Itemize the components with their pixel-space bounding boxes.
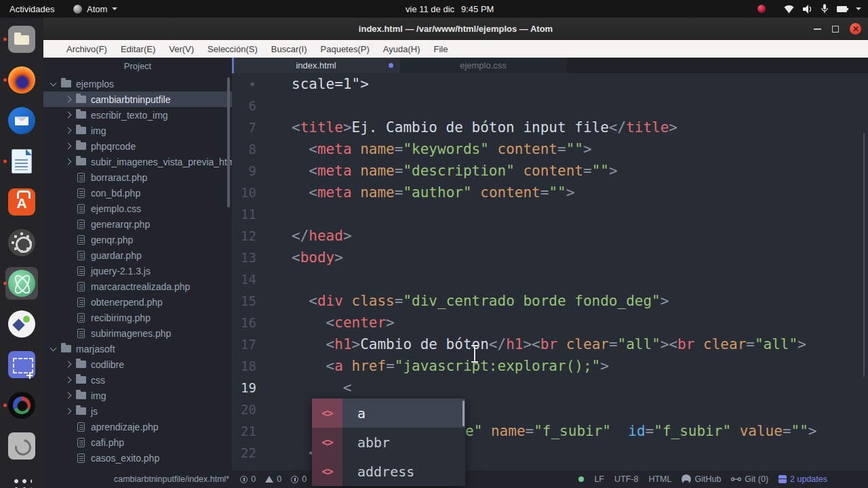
tree-item-genqr.php[interactable]: genqr.php: [43, 232, 232, 247]
close-button[interactable]: [850, 23, 861, 35]
menu-item-archivo[interactable]: Archivo(F): [60, 40, 114, 58]
wifi-icon[interactable]: [784, 5, 794, 14]
autocomplete-item-address[interactable]: <>address: [312, 457, 465, 486]
chevron-right-icon[interactable]: [65, 143, 72, 150]
tree-item-js[interactable]: js: [43, 403, 232, 419]
menu-item-editar[interactable]: Editar(E): [114, 40, 162, 58]
dock-item-backups[interactable]: [5, 430, 38, 462]
code-line-14[interactable]: 14: [232, 268, 868, 290]
code-line-8[interactable]: 8 <meta name="keywords" content="">: [232, 138, 868, 160]
chevron-right-icon[interactable]: [65, 159, 72, 165]
encoding[interactable]: UTF-8: [614, 474, 638, 484]
window-title-bar[interactable]: index.html — /var/www/html/ejemplos — At…: [43, 18, 868, 40]
menu-item-paquetes[interactable]: Paquetes(P): [314, 40, 376, 58]
chevron-right-icon[interactable]: [65, 408, 72, 415]
dock-item-screenshot-tool[interactable]: [5, 348, 38, 381]
minimize-button[interactable]: [814, 28, 821, 30]
tab-ejemplo.css[interactable]: ejemplo.css: [400, 58, 566, 73]
code-line-18[interactable]: 18 <a href="javascript:explorar();">: [232, 355, 868, 377]
popup-scrollbar[interactable]: [462, 401, 465, 426]
menu-item-ayuda[interactable]: Ayuda(H): [376, 40, 427, 58]
tree-item-img[interactable]: img: [43, 123, 232, 138]
code-line-9[interactable]: 9 <meta name="description" content="">: [232, 160, 868, 182]
grammar[interactable]: HTML: [648, 474, 671, 484]
dock-item-camera[interactable]: [5, 389, 38, 422]
diagnostics[interactable]: 0 0 0: [240, 474, 307, 484]
maximize-button[interactable]: [832, 26, 839, 33]
microphone-icon[interactable]: [821, 4, 828, 14]
tree-item-ejemplo.css[interactable]: ejemplo.css: [43, 201, 232, 216]
tree-item-con_bd.php[interactable]: con_bd.php: [43, 185, 232, 201]
tree-item-marcaractrealizada.php[interactable]: marcaractrealizada.php: [43, 279, 232, 294]
tree-item-marjasoft[interactable]: marjasoft: [43, 341, 232, 357]
clock[interactable]: vie 11 de dic 9:45 PM: [406, 4, 494, 14]
dock-item-atom[interactable]: [5, 267, 38, 300]
screen-recorder-icon[interactable]: [757, 5, 766, 13]
tree-item-recibirimg.php[interactable]: recibirimg.php: [43, 310, 232, 325]
tree-scrollbar[interactable]: [227, 77, 230, 207]
code-line-19[interactable]: 19 <: [232, 377, 868, 399]
tree-item-jquery-2.1.3.js[interactable]: jquery-2.1.3.js: [43, 263, 232, 279]
updates-button[interactable]: 2 updates: [778, 474, 827, 484]
status-file-path[interactable]: cambiarbtninputfile/index.html*: [114, 474, 229, 484]
tree-item-subir_imagenes_vista_previa_html[interactable]: subir_imagenes_vista_previa_html: [43, 154, 232, 169]
editor-scrollbar[interactable]: [863, 133, 865, 377]
tree-item-generarqr.php[interactable]: generarqr.php: [43, 216, 232, 232]
code-line-12[interactable]: 12</head>: [232, 225, 868, 247]
menu-item-selección[interactable]: Selección(S): [201, 40, 264, 58]
tree-item-escribir_texto_img[interactable]: escribir_texto_img: [43, 107, 232, 123]
chevron-right-icon[interactable]: [65, 377, 72, 384]
chevron-right-icon[interactable]: [65, 96, 72, 103]
code-line-15[interactable]: 15 <div class="div_centrado borde fondo_…: [232, 290, 868, 312]
activities-button[interactable]: Actividades: [0, 0, 64, 18]
tree-item-cafi.php[interactable]: cafi.php: [43, 434, 232, 450]
code-line-13[interactable]: 13<body>: [232, 247, 868, 268]
dock-item-settings[interactable]: [5, 226, 38, 259]
tree-item-obtenerpend.php[interactable]: obtenerpend.php: [43, 294, 232, 310]
battery-icon[interactable]: [837, 6, 847, 12]
tab-index.html[interactable]: index.html: [232, 58, 400, 73]
git-button[interactable]: Git (0): [731, 474, 768, 484]
tree-item-borraract.php[interactable]: borraract.php: [43, 169, 232, 185]
code-line-16[interactable]: 16 <center>: [232, 312, 868, 333]
dock-item-files[interactable]: [5, 23, 38, 56]
dock-item-firefox[interactable]: [5, 64, 38, 96]
volume-icon[interactable]: [803, 5, 812, 14]
dock-item-software[interactable]: A: [5, 186, 38, 218]
tree-item-phpqrcode[interactable]: phpqrcode: [43, 138, 232, 154]
chevron-right-icon[interactable]: [65, 127, 72, 134]
code-line-11[interactable]: 11: [232, 203, 868, 225]
code-line-7[interactable]: 7<title>Ej. Cambio de bóton input file</…: [232, 117, 868, 138]
dock-item-app-grid[interactable]: [5, 470, 38, 488]
tree-item-cambiarbtninputfile[interactable]: cambiarbtninputfile: [43, 92, 232, 107]
menu-item-file[interactable]: File: [427, 40, 454, 58]
autocomplete-item-abbr[interactable]: <>abbr: [312, 428, 465, 457]
github-button[interactable]: GitHub: [682, 474, 721, 484]
dock-item-android-studio[interactable]: [5, 308, 38, 340]
tree-item-codlibre[interactable]: codlibre: [43, 357, 232, 372]
dock-item-writer[interactable]: [5, 145, 38, 178]
code-line-17[interactable]: 17 <h1>Cambio de bóton</h1><br clear="al…: [232, 333, 868, 355]
tree-item-ejemplos[interactable]: ejemplos: [43, 76, 232, 92]
autocomplete-item-a[interactable]: <>a: [312, 399, 465, 428]
system-menu-chevron-icon[interactable]: [856, 7, 861, 10]
chevron-right-icon[interactable]: [65, 112, 72, 119]
line-ending[interactable]: LF: [594, 474, 604, 484]
tree-item-casos_exito.php[interactable]: casos_exito.php: [43, 450, 232, 466]
chevron-down-icon[interactable]: [50, 344, 57, 351]
code-line-•[interactable]: •scale=1">: [232, 73, 868, 95]
tree-item-img[interactable]: img: [43, 388, 232, 403]
chevron-right-icon[interactable]: [65, 361, 72, 368]
code-line-10[interactable]: 10 <meta name="author" content="">: [232, 182, 868, 203]
menu-item-ver[interactable]: Ver(V): [162, 40, 201, 58]
tree-item-css[interactable]: css: [43, 372, 232, 388]
chevron-down-icon[interactable]: [50, 79, 57, 86]
menu-item-buscar[interactable]: Buscar(I): [264, 40, 314, 58]
tree-item-guardar.php[interactable]: guardar.php: [43, 247, 232, 263]
tree-item-subirimagenes.php[interactable]: subirimagenes.php: [43, 325, 232, 341]
tree-item-aprendizaje.php[interactable]: aprendizaje.php: [43, 419, 232, 434]
dock-item-thunderbird[interactable]: [5, 104, 38, 137]
app-menu[interactable]: Atom: [73, 4, 117, 14]
code-line-6[interactable]: 6: [232, 95, 868, 117]
chevron-right-icon[interactable]: [65, 392, 72, 399]
